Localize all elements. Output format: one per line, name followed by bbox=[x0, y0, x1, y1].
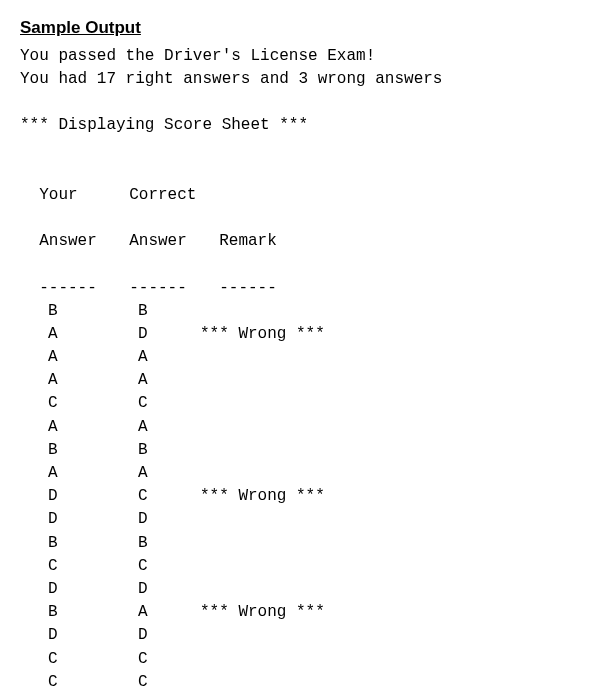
your-answer-cell: C bbox=[20, 671, 110, 694]
table-header-row-2: AnswerAnswerRemark bbox=[20, 207, 582, 253]
table-row: DD bbox=[20, 624, 582, 647]
correct-answer-cell: D bbox=[110, 578, 200, 601]
rule-your: ------ bbox=[39, 277, 129, 300]
table-row: BB bbox=[20, 532, 582, 555]
table-row: DD bbox=[20, 508, 582, 531]
pass-message: You passed the Driver's License Exam! bbox=[20, 45, 582, 68]
rule-correct: ------ bbox=[129, 277, 219, 300]
your-answer-cell: D bbox=[20, 624, 110, 647]
correct-answer-cell: B bbox=[110, 532, 200, 555]
blank-line bbox=[20, 137, 582, 160]
table-row: CC bbox=[20, 392, 582, 415]
your-answer-cell: C bbox=[20, 392, 110, 415]
correct-answer-cell: C bbox=[110, 648, 200, 671]
correct-answer-cell: D bbox=[110, 624, 200, 647]
header-correct-top: Correct bbox=[129, 184, 219, 207]
correct-answer-cell: B bbox=[110, 300, 200, 323]
remark-cell: *** Wrong *** bbox=[200, 601, 325, 624]
correct-answer-cell: A bbox=[110, 369, 200, 392]
your-answer-cell: A bbox=[20, 346, 110, 369]
rule-remark: ------ bbox=[219, 277, 277, 300]
correct-answer-cell: A bbox=[110, 416, 200, 439]
correct-answer-cell: A bbox=[110, 346, 200, 369]
table-row: AA bbox=[20, 369, 582, 392]
table-row: AD*** Wrong *** bbox=[20, 323, 582, 346]
correct-answer-cell: C bbox=[110, 485, 200, 508]
display-score-sheet-line: *** Displaying Score Sheet *** bbox=[20, 114, 582, 137]
correct-answer-cell: C bbox=[110, 392, 200, 415]
table-row: AA bbox=[20, 346, 582, 369]
table-row: CC bbox=[20, 555, 582, 578]
remark-cell: *** Wrong *** bbox=[200, 323, 325, 346]
score-table-body: BBAD*** Wrong ***AAAACCAABBAADC*** Wrong… bbox=[20, 300, 582, 694]
table-row: AA bbox=[20, 416, 582, 439]
table-row: BB bbox=[20, 439, 582, 462]
your-answer-cell: B bbox=[20, 601, 110, 624]
blank-line bbox=[20, 91, 582, 114]
your-answer-cell: A bbox=[20, 369, 110, 392]
table-row: CC bbox=[20, 648, 582, 671]
correct-answer-cell: D bbox=[110, 323, 200, 346]
table-header-rule: ------------------ bbox=[20, 253, 582, 299]
your-answer-cell: A bbox=[20, 416, 110, 439]
table-row: DC*** Wrong *** bbox=[20, 485, 582, 508]
header-correct-bottom: Answer bbox=[129, 230, 219, 253]
your-answer-cell: D bbox=[20, 485, 110, 508]
your-answer-cell: A bbox=[20, 462, 110, 485]
table-row: DD bbox=[20, 578, 582, 601]
correct-answer-cell: B bbox=[110, 439, 200, 462]
header-remark: Remark bbox=[219, 230, 277, 253]
correct-answer-cell: D bbox=[110, 508, 200, 531]
table-row: AA bbox=[20, 462, 582, 485]
score-message: You had 17 right answers and 3 wrong ans… bbox=[20, 68, 582, 91]
header-your-top: Your bbox=[39, 184, 129, 207]
table-row: CC bbox=[20, 671, 582, 694]
correct-answer-cell: C bbox=[110, 671, 200, 694]
your-answer-cell: B bbox=[20, 300, 110, 323]
your-answer-cell: C bbox=[20, 648, 110, 671]
correct-answer-cell: A bbox=[110, 601, 200, 624]
your-answer-cell: B bbox=[20, 439, 110, 462]
correct-answer-cell: A bbox=[110, 462, 200, 485]
your-answer-cell: A bbox=[20, 323, 110, 346]
remark-cell: *** Wrong *** bbox=[200, 485, 325, 508]
your-answer-cell: B bbox=[20, 532, 110, 555]
table-header-row-1: YourCorrect bbox=[20, 161, 582, 207]
table-row: BA*** Wrong *** bbox=[20, 601, 582, 624]
your-answer-cell: D bbox=[20, 578, 110, 601]
your-answer-cell: D bbox=[20, 508, 110, 531]
header-your-bottom: Answer bbox=[39, 230, 129, 253]
table-row: BB bbox=[20, 300, 582, 323]
your-answer-cell: C bbox=[20, 555, 110, 578]
heading-sample-output: Sample Output bbox=[20, 16, 582, 41]
correct-answer-cell: C bbox=[110, 555, 200, 578]
